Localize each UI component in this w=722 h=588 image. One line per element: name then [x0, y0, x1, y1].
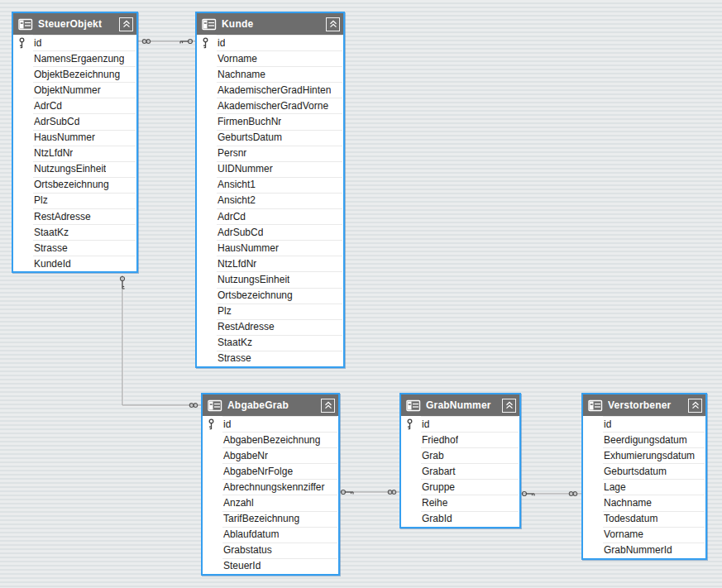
field-row[interactable]: Strasse: [13, 240, 136, 256]
table-grabnummer[interactable]: GrabNummer id: [399, 393, 521, 528]
field-row[interactable]: id: [203, 416, 338, 432]
table-header[interactable]: Kunde: [197, 13, 343, 35]
field-row[interactable]: Grab: [401, 447, 519, 463]
field-name: ObjektBezeichnung: [34, 69, 120, 80]
relationship-grabnummer-verstorbener[interactable]: [521, 492, 581, 496]
field-row[interactable]: FirmenBuchNr: [197, 113, 343, 129]
chevron-double-up-icon: [505, 401, 514, 409]
field-row[interactable]: Ablaufdatum: [203, 527, 338, 543]
field-row[interactable]: Lage: [583, 479, 705, 495]
field-name: Ansicht2: [218, 194, 256, 206]
field-name: AbgabeNrFolge: [223, 466, 293, 477]
collapse-button[interactable]: [119, 17, 133, 31]
field-row[interactable]: Exhumierungsdatum: [583, 447, 705, 463]
field-row[interactable]: ObjektBezeichnung: [13, 66, 136, 82]
field-name: id: [218, 37, 225, 49]
field-row[interactable]: NtzLfdNr: [13, 146, 136, 161]
field-row[interactable]: NtzLfdNr: [197, 256, 343, 271]
collapse-button[interactable]: [326, 17, 340, 31]
table-header[interactable]: Verstorbener: [583, 394, 705, 416]
field-row[interactable]: Vorname: [197, 50, 343, 66]
field-name: KundeId: [34, 258, 71, 270]
collapse-button[interactable]: [688, 399, 702, 413]
field-name: AbgabeNr: [223, 450, 268, 461]
field-row[interactable]: Reihe: [401, 495, 519, 510]
field-row[interactable]: NamensErgaenzung: [13, 50, 136, 66]
field-name: Plz: [34, 194, 48, 206]
field-row[interactable]: AkademischerGradVorne: [197, 98, 343, 113]
field-name: UIDNummer: [218, 163, 273, 174]
table-abgabegrab[interactable]: AbgabeGrab id: [201, 393, 340, 576]
table-steuerobjekt[interactable]: SteuerObjekt id: [12, 12, 138, 273]
field-row[interactable]: HausNummer: [13, 130, 136, 146]
field-row[interactable]: AbgabeNr: [203, 447, 338, 463]
field-row[interactable]: Plz: [13, 193, 136, 208]
table-icon: [18, 18, 33, 31]
relationship-steuerobjekt-abgabegrab[interactable]: [121, 275, 202, 407]
field-row[interactable]: Nachname: [197, 66, 343, 82]
field-name: Anzahl: [223, 497, 254, 509]
relationship-abgabegrab-grabnummer[interactable]: [340, 490, 399, 495]
field-row[interactable]: Ortsbezeichnung: [13, 177, 136, 193]
field-row[interactable]: Grabart: [401, 463, 519, 479]
field-row[interactable]: StaatKz: [197, 335, 343, 351]
field-row[interactable]: Abrechnungskennziffer: [203, 479, 338, 495]
field-row[interactable]: Grabstatus: [203, 543, 338, 558]
field-row[interactable]: HausNummer: [197, 240, 343, 256]
field-row[interactable]: StaatKz: [13, 224, 136, 240]
field-row[interactable]: Vorname: [583, 527, 705, 543]
field-row[interactable]: AbgabeNrFolge: [203, 463, 338, 479]
field-row[interactable]: Ortsbezeichnung: [197, 288, 343, 304]
field-row[interactable]: ObjektNummer: [13, 82, 136, 98]
field-row[interactable]: AdrCd: [197, 208, 343, 224]
field-row[interactable]: AdrCd: [13, 98, 136, 113]
field-row[interactable]: AbgabenBezeichnung: [203, 432, 338, 447]
field-row[interactable]: Geburtsdatum: [583, 463, 705, 479]
table-title: Verstorbener: [608, 399, 683, 411]
field-row[interactable]: KundeId: [13, 256, 136, 271]
field-row[interactable]: AdrSubCd: [13, 113, 136, 129]
field-row[interactable]: Friedhof: [401, 432, 519, 447]
field-row[interactable]: UIDNummer: [197, 161, 343, 177]
chevron-double-up-icon: [691, 401, 700, 409]
field-row[interactable]: Gruppe: [401, 479, 519, 495]
field-row[interactable]: AkademischerGradHinten: [197, 82, 343, 98]
table-header[interactable]: AbgabeGrab: [203, 394, 338, 416]
field-row[interactable]: NutzungsEinheit: [13, 161, 136, 177]
field-row[interactable]: id: [197, 35, 343, 50]
field-row[interactable]: GrabNummerId: [583, 543, 705, 558]
table-kunde[interactable]: Kunde id: [195, 12, 345, 368]
field-row[interactable]: GrabId: [401, 511, 519, 527]
table-verstorbener[interactable]: Verstorbener id: [581, 393, 707, 560]
field-row[interactable]: SteuerId: [203, 558, 338, 574]
field-name: GrabId: [422, 513, 452, 524]
collapse-button[interactable]: [502, 399, 516, 413]
field-row[interactable]: Nachname: [583, 495, 705, 510]
collapse-button[interactable]: [321, 399, 335, 413]
field-row[interactable]: RestAdresse: [13, 208, 136, 224]
relationship-steuerobjekt-kunde[interactable]: [138, 40, 195, 44]
field-row[interactable]: Ansicht2: [197, 193, 343, 208]
diagram-canvas[interactable]: SteuerObjekt id: [0, 0, 722, 588]
field-row[interactable]: NutzungsEinheit: [197, 271, 343, 287]
field-name: HausNummer: [218, 242, 279, 254]
field-row[interactable]: id: [401, 416, 519, 432]
field-row[interactable]: TarifBezeichnung: [203, 511, 338, 527]
table-title: Kunde: [222, 18, 321, 30]
field-list: id Vorname: [197, 35, 343, 366]
table-header[interactable]: GrabNummer: [401, 394, 519, 416]
table-header[interactable]: SteuerObjekt: [13, 13, 136, 35]
field-row[interactable]: RestAdresse: [197, 319, 343, 335]
field-name: Abrechnungskennziffer: [223, 481, 325, 493]
field-row[interactable]: id: [583, 416, 705, 432]
field-row[interactable]: Ansicht1: [197, 177, 343, 193]
field-row[interactable]: id: [13, 35, 136, 50]
field-row[interactable]: Persnr: [197, 146, 343, 161]
field-row[interactable]: Beerdigungsdatum: [583, 432, 705, 447]
field-row[interactable]: Strasse: [197, 351, 343, 366]
field-row[interactable]: GeburtsDatum: [197, 130, 343, 146]
field-row[interactable]: Todesdatum: [583, 511, 705, 527]
field-row[interactable]: Anzahl: [203, 495, 338, 510]
field-row[interactable]: Plz: [197, 304, 343, 319]
field-row[interactable]: AdrSubCd: [197, 224, 343, 240]
